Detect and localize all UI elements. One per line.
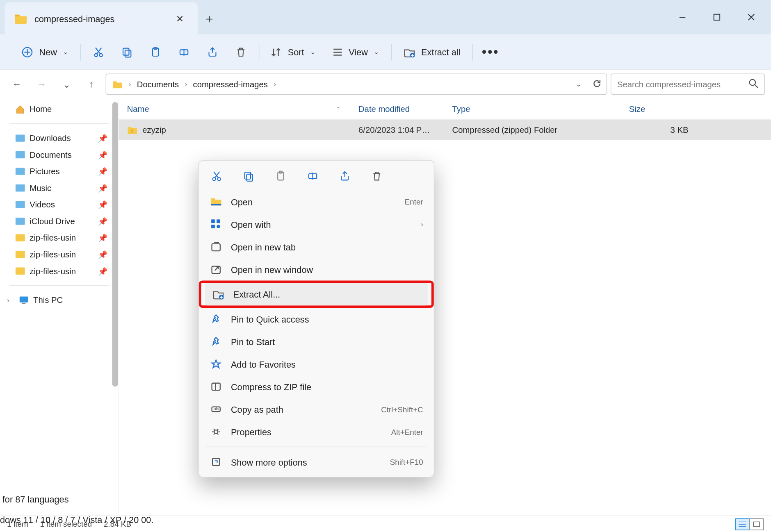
sidebar-label: Pictures (30, 167, 59, 176)
close-tab-button[interactable]: ✕ (171, 10, 188, 27)
col-name[interactable]: Name (127, 104, 149, 114)
ctx-open[interactable]: Open Enter (199, 190, 434, 213)
sidebar-item-this-pc[interactable]: ›This PC (0, 292, 118, 309)
breadcrumb-documents[interactable]: Documents (137, 80, 179, 89)
paste-button[interactable] (150, 46, 162, 58)
ctx-properties[interactable]: Properties Alt+Enter (199, 421, 434, 443)
new-tab-button[interactable]: ＋ (198, 2, 221, 34)
svg-line-41 (214, 172, 219, 178)
svg-rect-29 (16, 234, 25, 241)
svg-rect-49 (211, 204, 221, 205)
ctx-pin-start[interactable]: Pin to Start (199, 330, 434, 353)
ctx-extract-all[interactable]: Extract All... (205, 283, 428, 305)
sort-button[interactable]: Sort ⌄ (271, 47, 315, 57)
sidebar-home-label: Home (30, 105, 52, 114)
chevron-right-icon: › (185, 81, 187, 88)
sidebar-item-documents[interactable]: Documents📌 (0, 146, 118, 163)
ctx-label: Open in new tab (231, 242, 296, 252)
more-button[interactable]: ••• (485, 46, 497, 58)
address-history-button[interactable]: ⌄ (576, 80, 582, 88)
file-row-ezyzip[interactable]: ezyzip 6/20/2023 1:04 P… Compressed (zip… (119, 120, 771, 140)
sidebar-label: zip-files-usin (30, 233, 76, 243)
ctx-label: Copy as path (231, 404, 283, 414)
zip-icon (210, 380, 223, 393)
column-headers[interactable]: Name⌃ Date modified Type Size (119, 98, 771, 120)
ctx-compress-zip[interactable]: Compress to ZIP file (199, 375, 434, 398)
breadcrumb-compressed-images[interactable]: compressed-images (193, 80, 268, 89)
chevron-right-icon: › (7, 297, 14, 304)
ctx-copy-button[interactable] (242, 169, 256, 183)
ctx-shortcut: Alt+Enter (391, 427, 423, 437)
extract-label: Extract all (421, 47, 460, 57)
ctx-pin-quick[interactable]: Pin to Quick access (199, 308, 434, 330)
pin-icon: 📌 (98, 150, 107, 159)
cut-button[interactable] (93, 46, 105, 58)
ctx-open-new-window[interactable]: Open in new window (199, 258, 434, 280)
window-controls (665, 0, 769, 34)
sidebar-item-downloads[interactable]: Downloads📌 (0, 130, 118, 147)
copy-button[interactable] (121, 46, 133, 58)
ctx-show-more[interactable]: Show more options Shift+F10 (199, 451, 434, 473)
ctx-label: Open in new window (231, 264, 313, 275)
rename-button[interactable] (178, 46, 190, 58)
search-input[interactable]: Search compressed-images (611, 73, 765, 95)
col-size[interactable]: Size (629, 104, 700, 114)
thumbnails-view-button[interactable] (750, 518, 764, 530)
close-window-button[interactable] (734, 3, 769, 31)
details-view-button[interactable] (735, 518, 750, 530)
folder-icon (16, 250, 25, 259)
forward-button[interactable]: → (31, 73, 52, 95)
sidebar-item-zip3[interactable]: zip-files-usin📌 (0, 263, 118, 280)
tab-compressed-images[interactable]: compressed-images ✕ (5, 2, 198, 34)
ctx-open-with[interactable]: Open with › (199, 213, 434, 235)
pin-icon: 📌 (98, 134, 107, 143)
ctx-copy-path[interactable]: abc Copy as path Ctrl+Shift+C (199, 398, 434, 421)
ctx-label: Pin to Quick access (231, 314, 309, 324)
svg-rect-44 (246, 174, 252, 181)
delete-button[interactable] (235, 46, 247, 58)
recent-locations-button[interactable]: ⌄ (56, 73, 77, 95)
svg-rect-43 (245, 172, 251, 179)
minimize-button[interactable] (665, 3, 700, 31)
new-button[interactable]: New ⌄ (21, 46, 68, 58)
share-button[interactable] (207, 46, 219, 58)
ctx-label: Open (231, 197, 253, 207)
zip-folder-icon (127, 126, 138, 134)
sort-icon (271, 47, 282, 57)
ctx-paste-button[interactable] (274, 169, 288, 183)
sidebar-scrollbar[interactable] (112, 102, 118, 387)
view-button[interactable]: View ⌄ (332, 47, 379, 57)
ctx-rename-button[interactable] (306, 169, 320, 183)
extract-all-button[interactable]: Extract all (404, 46, 461, 58)
pin-icon: 📌 (98, 250, 107, 259)
ctx-cut-button[interactable] (210, 169, 224, 183)
pin-icon: 📌 (98, 217, 107, 226)
sidebar-item-pictures[interactable]: Pictures📌 (0, 163, 118, 180)
sidebar-item-home[interactable]: Home (0, 101, 118, 118)
sidebar-item-zip2[interactable]: zip-files-usin📌 (0, 246, 118, 263)
chevron-right-icon: › (274, 81, 276, 88)
refresh-button[interactable] (592, 77, 602, 92)
svg-rect-33 (22, 303, 26, 304)
up-button[interactable]: ↑ (81, 73, 102, 95)
sidebar-item-zip1[interactable]: zip-files-usin📌 (0, 230, 118, 246)
ctx-delete-button[interactable] (370, 169, 384, 183)
sidebar-item-icloud[interactable]: iCloud Drive📌 (0, 213, 118, 230)
svg-rect-54 (212, 244, 220, 251)
ctx-share-button[interactable] (338, 169, 352, 183)
address-bar[interactable]: › Documents › compressed-images › ⌄ (106, 73, 607, 95)
svg-point-53 (217, 225, 220, 228)
ctx-open-new-tab[interactable]: Open in new tab (199, 235, 434, 258)
folder-icon (112, 80, 123, 88)
ctx-label: Pin to Start (231, 336, 275, 347)
sidebar-item-music[interactable]: Music📌 (0, 180, 118, 196)
ctx-add-favorites[interactable]: Add to Favorites (199, 353, 434, 375)
back-button[interactable]: ← (6, 73, 27, 95)
folder-icon (16, 267, 25, 275)
maximize-button[interactable] (700, 3, 734, 31)
col-date[interactable]: Date modified (358, 104, 452, 114)
svg-rect-52 (211, 225, 215, 228)
sidebar-item-videos[interactable]: Videos📌 (0, 196, 118, 213)
file-name: ezyzip (142, 125, 166, 134)
col-type[interactable]: Type (452, 104, 629, 114)
